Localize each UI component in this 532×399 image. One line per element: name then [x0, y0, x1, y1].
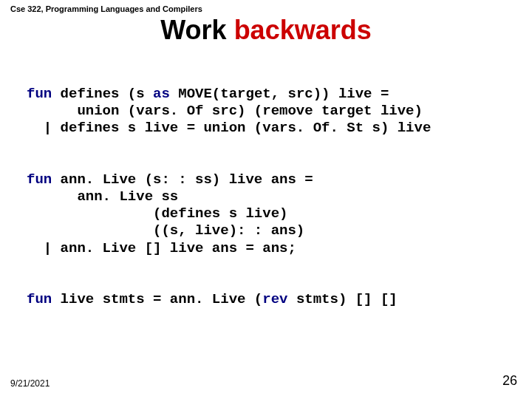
keyword-fun: fun — [27, 86, 52, 102]
code-line-9a: live stmts = ann. Live ( — [52, 291, 262, 307]
footer-page-number: 26 — [502, 373, 517, 389]
keyword-fun: fun — [27, 291, 52, 307]
code-line-8: | ann. Live [] live ans = ans; — [27, 240, 296, 256]
code-block: fun defines (s as MOVE(target, src)) liv… — [27, 86, 431, 308]
code-line-7: ((s, live): : ans) — [27, 222, 304, 239]
code-line-3: | defines s live = union (vars. Of. St s… — [27, 120, 431, 136]
code-line-5: ann. Live ss — [27, 188, 178, 205]
code-line-1b: MOVE(target, src)) live = — [170, 86, 389, 102]
keyword-fun: fun — [27, 171, 52, 188]
keyword-rev: rev — [262, 291, 287, 307]
code-line-1a: defines (s — [52, 86, 153, 102]
footer-date: 9/21/2021 — [10, 378, 50, 389]
title-word-1: Work — [160, 15, 226, 45]
keyword-as: as — [153, 86, 170, 102]
course-header: Cse 322, Programming Languages and Compi… — [10, 4, 202, 13]
code-line-9b: stmts) [] [] — [287, 291, 397, 307]
title-word-2: backwards — [234, 15, 372, 45]
code-line-4: ann. Live (s: : ss) live ans = — [52, 171, 313, 188]
code-line-2: union (vars. Of src) (remove target live… — [27, 103, 423, 119]
slide: Cse 322, Programming Languages and Compi… — [0, 0, 532, 399]
slide-title: Work backwards — [0, 15, 532, 46]
code-line-6: (defines s live) — [27, 205, 287, 222]
